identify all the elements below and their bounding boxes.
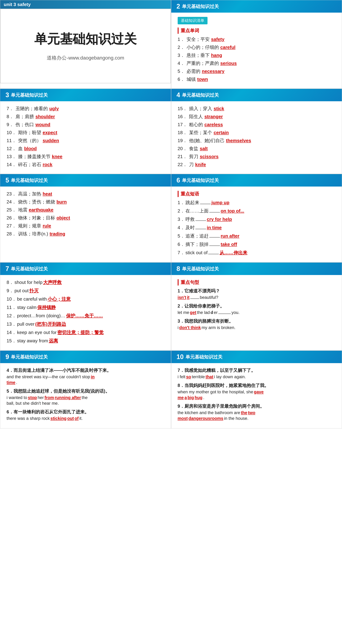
website-label: 道格办公-www.daogebangong.com [47, 54, 124, 61]
sentence-cn: 8．当我妈妈赶到医院时，她紧紧地抱住了我。 [178, 382, 336, 388]
sentence-4: 4．而且街道上结满了冰——小汽车不能及时停下来。 and the street … [6, 368, 164, 385]
unit-label: unit 3 safety [4, 2, 31, 7]
list-item: 1．安全；平安safety [178, 36, 336, 42]
sentence-cn: 5．我想阻止她追赶球，但是她没有听见我(说的话)。 [6, 388, 164, 394]
section-4-body: 15．插入；穿入stick 16．陌生人stranger 17．粗心的carel… [171, 101, 342, 174]
sentence-en: i don't think my arm is broken. [178, 325, 336, 330]
section-8: 8 单元基础知识过关 重点句型 1．它难道不漂亮吗？ isn't it beau… [171, 262, 342, 350]
section-10: 10 单元基础知识过关 7．我感觉如此糟糕，以至于又躺下了。 i felt so… [171, 350, 342, 428]
list-item: 4．严重的；严肃的serious [178, 60, 336, 66]
sentence-7: 7．我感觉如此糟糕，以至于又躺下了。 i felt so terrible th… [178, 368, 336, 379]
section-6-num: 6 [176, 176, 180, 184]
section-10-num: 10 [176, 353, 184, 361]
list-item: 13．pull over (把车)开到路边 [6, 321, 164, 327]
section-7: 7 单元基础知识过关 8．shout for help 大声呼救 9．put o… [0, 262, 171, 350]
list-item: 12．protect…from (doing)… 保护……免于…… [6, 313, 164, 319]
list-item: 11．stay calm 保持镇静 [6, 304, 164, 310]
list-item: 16．陌生人stranger [178, 114, 336, 120]
section-9-header: 9 单元基础知识过关 [0, 351, 171, 363]
section-6-sub-heading: 重点短语 [178, 191, 336, 197]
section-3-list: 7．丑陋的；难看的ugly 8．肩；肩膀shoulder 9．伤；伤口wound… [6, 106, 164, 168]
section-1: unit 3 safety 单元基础知识过关 道格办公-www.daogeban… [0, 0, 171, 89]
sentence-en-cont: time . [6, 380, 164, 385]
section-6: 6 单元基础知识过关 重点短语 1．跳起来jump up 2．在……上面on t… [171, 174, 342, 262]
list-item: 9．伤；伤口wound [6, 122, 164, 128]
section-2-title: 单元基础知识过关 [182, 4, 219, 10]
section-5: 5 单元基础知识过关 23．高温；加热heat 24．烧伤；烫伤；燃烧burn … [0, 174, 171, 262]
section-8-body: 重点句型 1．它难道不漂亮吗？ isn't it beautiful? 2．让我… [171, 275, 342, 350]
section-4-list: 15．插入；穿入stick 16．陌生人stranger 17．粗心的carel… [178, 106, 336, 168]
section-9-body: 4．而且街道上结满了冰——小汽车不能及时停下来。 and the street … [0, 363, 171, 428]
sentence-cn: 1．它难道不漂亮吗？ [178, 288, 336, 294]
list-item: 14．keep an eye out for 密切注意；提防；警觉 [6, 329, 164, 336]
section-8-sub-heading: 重点句型 [178, 279, 336, 286]
sentence-en-cont: most dangerousrooms in the house. [178, 416, 336, 421]
list-item: 13．膝；膝盖膝关节knee [6, 154, 164, 160]
section-9: 9 单元基础知识过关 4．而且街道上结满了冰——小汽车不能及时停下来。 and … [0, 350, 171, 428]
big-title: 单元基础知识过关 [34, 31, 136, 48]
list-item: 3．呼救cry for help [178, 216, 336, 222]
section-10-title: 单元基础知识过关 [186, 354, 222, 360]
section-5-num: 5 [6, 176, 9, 184]
section-6-body: 重点短语 1．跳起来jump up 2．在……上面on top of... 3．… [171, 186, 342, 262]
section-4-num: 4 [176, 91, 180, 99]
section-8-num: 8 [176, 265, 180, 272]
sentence-8: 8．当我妈妈赶到医院时，她紧紧地抱住了我。 when my mother got… [178, 382, 336, 400]
list-item: 18．某些；某个certain [178, 130, 336, 136]
list-item: 19．他(她、她)们自己themselves [178, 138, 336, 144]
section-3-title: 单元基础知识过关 [11, 92, 48, 98]
section-6-list: 1．跳起来jump up 2．在……上面on top of... 3．呼救cry… [178, 200, 336, 256]
list-item: 15．stay away from 远离 [6, 338, 164, 344]
sentence-3: 3．我想我的胳膊没有折断。 i don't think my arm is br… [178, 318, 336, 330]
sentence-6: 6．有一块锋利的岩石从它外面扎了进来。 there was a sharp ro… [6, 409, 164, 421]
list-item: 12．血blood [6, 146, 164, 152]
section-2-sub-heading: 重点单词 [178, 28, 336, 34]
sentence-2: 2．让我给你拿把梯子。 let me get the ladder you. [178, 303, 336, 315]
section-4: 4 单元基础知识过关 15．插入；穿入stick 16．陌生人stranger … [171, 89, 342, 174]
page: unit 3 safety 单元基础知识过关 道格办公-www.daogeban… [0, 0, 342, 428]
list-item: 7．丑陋的；难看的ugly [6, 106, 164, 112]
section-5-title: 单元基础知识过关 [11, 177, 48, 184]
list-item: 27．规则；规章rule [6, 223, 164, 229]
sentence-9: 9．厨房和浴室是房子里最危险的两个房间。 the kitchen and the… [178, 403, 336, 421]
section-7-num: 7 [6, 265, 9, 272]
sentence-en: isn't it beautiful? [178, 295, 336, 300]
sentence-en: i felt so terrible that i lay down again… [178, 374, 336, 379]
section-7-title: 单元基础知识过关 [11, 266, 48, 272]
section-2-body: 基础知识清单 重点单词 1．安全；平安safety 2．小心的；仔细的caref… [171, 12, 342, 88]
list-item: 23．高温；加热heat [6, 191, 164, 197]
sentence-cn: 2．让我给你拿把梯子。 [178, 303, 336, 309]
list-item: 8．肩；肩膀shoulder [6, 114, 164, 120]
list-item: 25．地震earthquake [6, 207, 164, 213]
sentence-en-cont: ball, but she didn't hear me. [6, 401, 164, 406]
list-item: 15．插入；穿入stick [178, 106, 336, 112]
list-item: 20．食盐salt [178, 146, 336, 152]
sentence-en: and the street was icy—the car couldn't … [6, 374, 164, 379]
list-item: 8．shout for help 大声呼救 [6, 279, 164, 286]
section-10-header: 10 单元基础知识过关 [171, 351, 342, 363]
section-2: 2 单元基础知识过关 基础知识清单 重点单词 1．安全；平安safety 2．小… [171, 0, 342, 89]
section-3-num: 3 [6, 91, 9, 99]
section-2-vocab-list: 1．安全；平安safety 2．小心的；仔细的careful 3．悬挂；垂下ha… [178, 36, 336, 82]
section-9-num: 9 [6, 353, 9, 361]
section-3-body: 7．丑陋的；难看的ugly 8．肩；肩膀shoulder 9．伤；伤口wound… [0, 101, 171, 174]
list-item: 6．摘下；脱掉take off [178, 241, 336, 248]
badge: 基础知识清单 [178, 17, 208, 24]
list-item: 10．期待；盼望expect [6, 130, 164, 136]
list-item: 17．粗心的careless [178, 122, 336, 128]
section-4-header: 4 单元基础知识过关 [171, 89, 342, 101]
list-item: 9．put out 扑灭 [6, 288, 164, 294]
section-3: 3 单元基础知识过关 7．丑陋的；难看的ugly 8．肩；肩膀shoulder … [0, 89, 171, 174]
sentence-en: when my mother got to the hospital, she … [178, 390, 336, 394]
list-item: 21．剪刀scissors [178, 154, 336, 160]
section-7-body: 8．shout for help 大声呼救 9．put out 扑灭 10．be… [0, 275, 171, 350]
section-6-header: 6 单元基础知识过关 [171, 174, 342, 186]
list-item: 6．城镇town [178, 76, 336, 82]
section-4-title: 单元基础知识过关 [182, 92, 219, 98]
list-item: 24．烧伤；烫伤；燃烧burn [6, 199, 164, 205]
section-5-header: 5 单元基础知识过关 [0, 174, 171, 186]
list-item: 3．悬挂；垂下hang [178, 52, 336, 58]
list-item: 5．必需的necessary [178, 68, 336, 74]
section-2-header: 2 单元基础知识过关 [171, 0, 342, 12]
list-item: 11．突然（的）sudden [6, 138, 164, 144]
